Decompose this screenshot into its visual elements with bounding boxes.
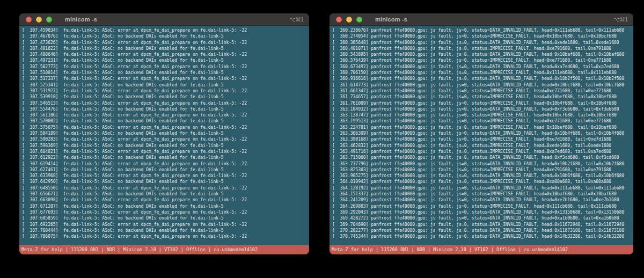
log-line: [ 307.531927] fe.dai-link-5: ASoC: error… <box>22 88 309 94</box>
close-button[interactable] <box>26 17 32 23</box>
log-line: [ 307.627461] fe.dai-link-5: ASoC: no ba… <box>22 167 309 173</box>
log-line: [ 360.238676] panfrost ffe40000.gpu: js … <box>332 27 633 33</box>
window-title: minicom -s <box>65 16 97 23</box>
log-line: [ 364.241209] panfrost ffe40000.gpu: js … <box>332 197 633 203</box>
log-line: [ 360.706150] panfrost ffe40000.gpu: js … <box>332 70 633 76</box>
log-line: [ 360.543695] panfrost ffe40000.gpu: js … <box>332 52 633 57</box>
terminal-window-right: minicom -s ⌥⌘1 [ 360.238676] panfrost ff… <box>330 13 633 254</box>
titlebar[interactable]: minicom -s ⌥⌘1 <box>19 13 309 26</box>
window-controls <box>336 17 362 23</box>
minimize-button[interactable] <box>346 17 352 23</box>
log-line: [ 307.510814] fe.dai-link-5: ASoC: no ba… <box>22 70 309 76</box>
log-line: [ 363.715060] panfrost ffe40000.gpu: js … <box>332 155 633 160</box>
window-shortcut-badge: ⌥⌘1 <box>289 17 304 23</box>
log-line: [ 307.677693] fe.dai-link-5: ASoC: error… <box>22 209 309 215</box>
log-line: [ 363.462832] panfrost ffe40000.gpu: js … <box>332 143 633 149</box>
log-line: [ 307.633968] fe.dai-link-5: ASoC: error… <box>22 173 309 179</box>
log-line: [ 369.292043] panfrost ffe40000.gpu: js … <box>332 209 633 215</box>
log-line: [ 360.274054] panfrost ffe40000.gpu: js … <box>332 33 633 39</box>
log-line: [ 363.390168] panfrost ffe40000.gpu: js … <box>332 136 633 142</box>
terminal-window-left: minicom -s ⌥⌘1 [ 307.459034] fe.dai-link… <box>19 13 309 254</box>
log-line: [ 361.734657] panfrost ffe40000.gpu: js … <box>332 94 633 100</box>
log-line: [ 307.671207] fe.dai-link-5: ASoC: no ba… <box>22 203 309 209</box>
log-line: [ 307.554476] fe.dai-link-5: ASoC: no ba… <box>22 106 309 112</box>
log-line: [ 370.282277] panfrost ffe40000.gpu: js … <box>332 228 633 233</box>
minicom-status-bar: Meta-Z for help | 115200 8N1 | NOR | Min… <box>19 245 309 254</box>
log-line: [ 364.151337] panfrost ffe40000.gpu: js … <box>332 191 633 197</box>
log-line: [ 307.502773] fe.dai-link-5: ASoC: error… <box>22 64 309 70</box>
log-line: [ 307.642950] fe.dai-link-5: ASoC: no ba… <box>22 179 309 185</box>
log-line: [ 363.985275] panfrost ffe40000.gpu: js … <box>332 173 633 179</box>
window-controls <box>26 17 52 23</box>
log-line: [ 307.517337] fe.dai-link-5: ASoC: error… <box>22 76 309 82</box>
titlebar[interactable]: minicom -s ⌥⌘1 <box>330 13 633 26</box>
log-line: [ 307.488646] fe.dai-link-5: ASoC: error… <box>22 52 309 57</box>
log-line: [ 307.539910] fe.dai-link-5: ASoC: no ba… <box>22 94 309 100</box>
log-line: [ 364.269803] panfrost ffe40000.gpu: js … <box>332 203 633 209</box>
log-line: [ 361.661347] panfrost ffe40000.gpu: js … <box>332 88 633 94</box>
log-line: [ 307.497231] fe.dai-link-5: ASoC: no ba… <box>22 57 309 63</box>
log-line: [ 307.525341] fe.dai-link-5: ASoC: no ba… <box>22 82 309 88</box>
log-line: [ 307.546513] fe.dai-link-5: ASoC: error… <box>22 100 309 106</box>
minimize-button[interactable] <box>36 17 42 23</box>
log-line: [ 364.128192] panfrost ffe40000.gpu: js … <box>332 185 633 191</box>
log-line: [ 361.761009] panfrost ffe40000.gpu: js … <box>332 100 633 106</box>
log-line: [ 307.467076] fe.dai-link-5: ASoC: no ba… <box>22 33 309 39</box>
log-line: [ 363.737796] panfrost ffe40000.gpu: js … <box>332 161 633 167</box>
log-line: [ 307.459034] fe.dai-link-5: ASoC: error… <box>22 27 309 33</box>
log-line: [ 307.706875] fe.dai-link-5: ASoC: error… <box>22 233 309 239</box>
log-line: [ 307.584189] fe.dai-link-5: ASoC: no ba… <box>22 130 309 136</box>
log-line: [ 307.692265] fe.dai-link-5: ASoC: error… <box>22 222 309 228</box>
log-line: [ 307.685859] fe.dai-link-5: ASoC: no ba… <box>22 215 309 221</box>
log-line: [ 307.656671] fe.dai-link-5: ASoC: no ba… <box>22 191 309 197</box>
log-line: [ 307.619414] fe.dai-link-5: ASoC: error… <box>22 161 309 167</box>
log-line: [ 363.224781] panfrost ffe40000.gpu: js … <box>332 125 633 130</box>
log-line: [ 307.481622] fe.dai-link-5: ASoC: no ba… <box>22 46 309 52</box>
log-line: [ 363.104932] panfrost ffe40000.gpu: js … <box>332 106 633 112</box>
log-line: [ 307.612922] fe.dai-link-5: ASoC: no ba… <box>22 155 309 160</box>
log-line: [ 307.561106] fe.dai-link-5: ASoC: error… <box>22 112 309 118</box>
fullscreen-button[interactable] <box>356 17 362 23</box>
log-line: [ 369.428272] panfrost ffe40000.gpu: js … <box>332 215 633 221</box>
log-line: [ 363.491716] panfrost ffe40000.gpu: js … <box>332 149 633 155</box>
log-line: [ 364.010942] panfrost ffe40000.gpu: js … <box>332 179 633 185</box>
log-line: [ 307.648550] fe.dai-link-5: ASoC: error… <box>22 185 309 191</box>
log-line: [ 360.365648] panfrost ffe40000.gpu: js … <box>332 40 633 46</box>
terminal-output[interactable]: [ 360.238676] panfrost ffe40000.gpu: js … <box>330 26 633 245</box>
log-line: [ 360.401071] panfrost ffe40000.gpu: js … <box>332 46 633 52</box>
fullscreen-button[interactable] <box>46 17 52 23</box>
log-line: [ 363.825303] panfrost ffe40000.gpu: js … <box>332 167 633 173</box>
log-line: [ 307.663098] fe.dai-link-5: ASoC: error… <box>22 197 309 203</box>
log-line: [ 370.745344] panfrost ffe40000.gpu: js … <box>332 233 633 239</box>
log-line: [ 307.473626] fe.dai-link-5: ASoC: error… <box>22 40 309 46</box>
log-line: [ 307.604821] fe.dai-link-5: ASoC: error… <box>22 149 309 155</box>
window-title: minicom -s <box>375 16 407 23</box>
log-line: [ 307.598369] fe.dai-link-5: ASoC: no ba… <box>22 143 309 149</box>
log-line: [ 307.575675] fe.dai-link-5: ASoC: error… <box>22 125 309 130</box>
log-line: [ 360.576439] panfrost ffe40000.gpu: js … <box>332 57 633 63</box>
window-shortcut-badge: ⌥⌘1 <box>613 17 628 23</box>
log-line: [ 307.590283] fe.dai-link-5: ASoC: error… <box>22 136 309 142</box>
log-line: [ 369.704698] panfrost ffe40000.gpu: js … <box>332 222 633 228</box>
minicom-status-bar: Meta-Z for help | 115200 8N1 | NOR | Min… <box>330 245 633 254</box>
log-line: [ 360.916616] panfrost ffe40000.gpu: js … <box>332 76 633 82</box>
close-button[interactable] <box>336 17 342 23</box>
log-line: [ 360.673492] panfrost ffe40000.gpu: js … <box>332 64 633 70</box>
terminal-output[interactable]: [ 307.459034] fe.dai-link-5: ASoC: error… <box>19 26 309 245</box>
log-line: [ 363.138747] panfrost ffe40000.gpu: js … <box>332 112 633 118</box>
log-line: [ 307.700444] fe.dai-link-5: ASoC: no ba… <box>22 228 309 233</box>
log-line: [ 363.366309] panfrost ffe40000.gpu: js … <box>332 130 633 136</box>
log-line: [ 361.614773] panfrost ffe40000.gpu: js … <box>332 82 633 88</box>
log-line: [ 307.570002] fe.dai-link-5: ASoC: no ba… <box>22 118 309 124</box>
log-line: [ 363.199513] panfrost ffe40000.gpu: js … <box>332 118 633 124</box>
